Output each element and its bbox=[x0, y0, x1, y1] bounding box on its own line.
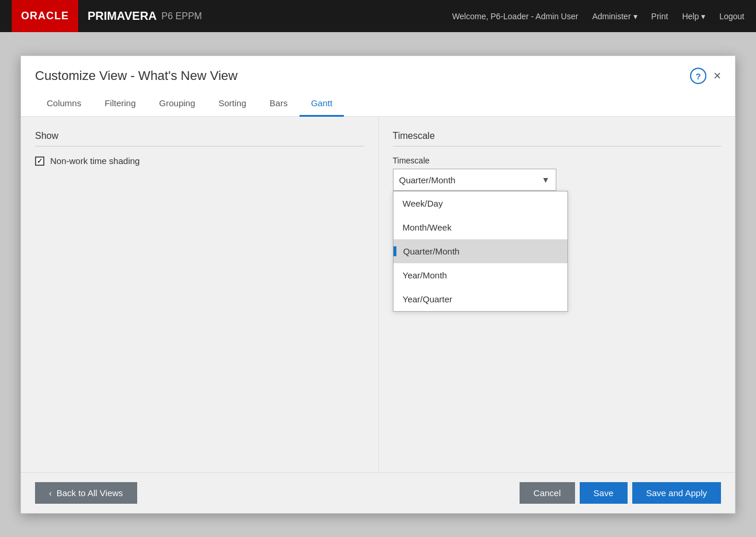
timescale-selected-value: Quarter/Month bbox=[399, 175, 456, 185]
timescale-dropdown-menu: Week/Day Month/Week Quarter/Month Year/M… bbox=[393, 191, 568, 312]
non-work-shading-row: ✓ Non-work time shading bbox=[35, 156, 364, 166]
tab-bars[interactable]: Bars bbox=[258, 93, 299, 117]
timescale-panel: Timescale Timescale Quarter/Month ▼ Week… bbox=[378, 117, 736, 472]
checkbox-checkmark: ✓ bbox=[37, 157, 43, 165]
close-icon[interactable]: × bbox=[713, 69, 721, 82]
dropdown-option-week-day[interactable]: Week/Day bbox=[393, 191, 567, 215]
save-button[interactable]: Save bbox=[580, 482, 628, 504]
cancel-button[interactable]: Cancel bbox=[520, 482, 575, 504]
dropdown-option-year-month[interactable]: Year/Month bbox=[393, 263, 567, 287]
dropdown-option-year-quarter[interactable]: Year/Quarter bbox=[393, 287, 567, 311]
dialog-header: Customize View - What's New View ? × Col… bbox=[21, 56, 735, 117]
footer-right-buttons: Cancel Save Save and Apply bbox=[520, 482, 721, 504]
show-panel-title: Show bbox=[35, 131, 364, 147]
administer-dropdown-icon: ▾ bbox=[633, 12, 637, 21]
customize-view-dialog: Customize View - What's New View ? × Col… bbox=[20, 55, 736, 514]
timescale-panel-title: Timescale bbox=[393, 131, 722, 147]
dialog-footer: ‹ Back to All Views Cancel Save Save and… bbox=[21, 472, 735, 513]
eppm-title: P6 EPPM bbox=[162, 11, 202, 22]
dialog-title: Customize View - What's New View bbox=[35, 68, 238, 83]
help-icon[interactable]: ? bbox=[690, 68, 706, 84]
non-work-shading-checkbox[interactable]: ✓ bbox=[35, 156, 44, 166]
welcome-text: Welcome, P6-Loader - Admin User bbox=[452, 12, 578, 21]
help-link[interactable]: Help ▾ bbox=[682, 12, 705, 21]
non-work-shading-label: Non-work time shading bbox=[50, 156, 140, 166]
primavera-title: PRIMAVERA bbox=[88, 9, 157, 23]
timescale-section: Timescale Quarter/Month ▼ Week/Day bbox=[393, 156, 722, 191]
back-button-label: Back to All Views bbox=[57, 488, 123, 498]
logout-link[interactable]: Logout bbox=[719, 12, 744, 21]
dialog-title-icons: ? × bbox=[690, 68, 721, 84]
tab-gantt[interactable]: Gantt bbox=[299, 93, 344, 117]
timescale-dropdown-container: Quarter/Month ▼ Week/Day Month/Week bbox=[393, 169, 722, 191]
back-arrow-icon: ‹ bbox=[49, 489, 52, 498]
selected-indicator bbox=[393, 246, 396, 256]
tab-grouping[interactable]: Grouping bbox=[148, 93, 207, 117]
tab-columns[interactable]: Columns bbox=[35, 93, 93, 117]
dialog-title-row: Customize View - What's New View ? × bbox=[35, 68, 721, 84]
show-panel: Show ✓ Non-work time shading bbox=[21, 117, 378, 472]
help-dropdown-icon: ▾ bbox=[701, 12, 705, 21]
navbar: ORACLE PRIMAVERA P6 EPPM Welcome, P6-Loa… bbox=[0, 0, 756, 32]
timescale-dropdown[interactable]: Quarter/Month ▼ bbox=[393, 169, 556, 191]
administer-link[interactable]: Administer ▾ bbox=[592, 12, 637, 21]
dialog-body: Show ✓ Non-work time shading Timescale T… bbox=[21, 117, 735, 472]
main-background: Customize View - What's New View ? × Col… bbox=[0, 32, 756, 537]
timescale-dropdown-arrow: ▼ bbox=[542, 175, 550, 184]
tabs-container: Columns Filtering Grouping Sorting Bars … bbox=[35, 93, 721, 116]
timescale-field-label: Timescale bbox=[393, 156, 722, 165]
print-link[interactable]: Print bbox=[652, 12, 668, 21]
save-and-apply-button[interactable]: Save and Apply bbox=[632, 482, 721, 504]
dropdown-option-month-week[interactable]: Month/Week bbox=[393, 215, 567, 239]
back-to-all-views-button[interactable]: ‹ Back to All Views bbox=[35, 482, 137, 504]
tab-filtering[interactable]: Filtering bbox=[93, 93, 147, 117]
nav-links: Welcome, P6-Loader - Admin User Administ… bbox=[452, 12, 744, 21]
dropdown-option-quarter-month[interactable]: Quarter/Month bbox=[393, 239, 567, 263]
oracle-logo: ORACLE bbox=[12, 0, 78, 32]
tab-sorting[interactable]: Sorting bbox=[207, 93, 258, 117]
